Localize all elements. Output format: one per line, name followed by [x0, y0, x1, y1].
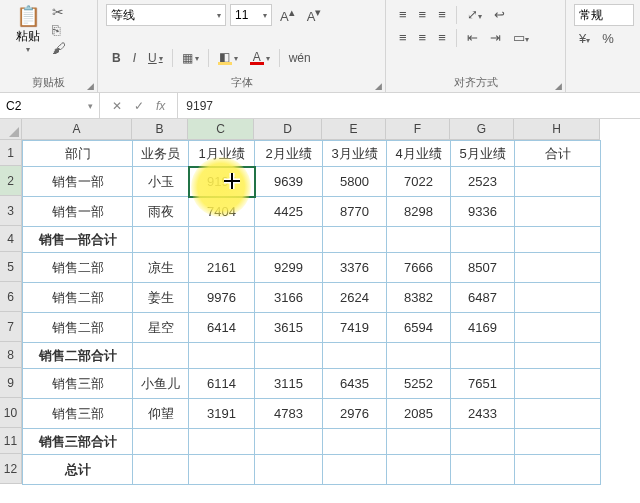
cell[interactable]: 9299	[255, 253, 323, 283]
cell[interactable]: 销售二部	[23, 283, 133, 313]
increase-font-icon[interactable]: A▴	[276, 4, 299, 26]
cell[interactable]: 6114	[189, 369, 255, 399]
font-size-combo[interactable]: 11 ▾	[230, 4, 272, 26]
cell[interactable]: 4169	[451, 313, 515, 343]
cell[interactable]: 7666	[387, 253, 451, 283]
cell[interactable]: 雨夜	[133, 197, 189, 227]
cell[interactable]: 2624	[323, 283, 387, 313]
col-header-F[interactable]: F	[386, 119, 450, 140]
cell[interactable]	[133, 227, 189, 253]
currency-icon[interactable]: ¥▾	[574, 28, 595, 49]
wrap-text-icon[interactable]: ↩	[489, 4, 510, 25]
cell[interactable]: 2523	[451, 167, 515, 197]
cell[interactable]: 销售三部合计	[23, 429, 133, 455]
cell[interactable]: 7419	[323, 313, 387, 343]
decrease-indent-icon[interactable]: ⇤	[462, 27, 483, 48]
row-header-11[interactable]: 11	[0, 428, 22, 454]
fill-color-button[interactable]: ◧▾	[212, 49, 244, 68]
cell[interactable]: 8382	[387, 283, 451, 313]
cell[interactable]: 3166	[255, 283, 323, 313]
select-all-corner[interactable]	[0, 119, 22, 140]
cell[interactable]: 6414	[189, 313, 255, 343]
cell[interactable]	[189, 455, 255, 485]
cells-area[interactable]: 部门业务员1月业绩2月业绩3月业绩4月业绩5月业绩合计销售一部小玉9197963…	[22, 140, 601, 485]
cell[interactable]: 5252	[387, 369, 451, 399]
cell[interactable]: 销售二部	[23, 253, 133, 283]
cell[interactable]: 7022	[387, 167, 451, 197]
align-left-icon[interactable]: ≡	[394, 27, 412, 48]
col-header-E[interactable]: E	[322, 119, 386, 140]
dialog-launcher-icon[interactable]: ◢	[87, 76, 94, 96]
merge-cells-icon[interactable]: ▭▾	[508, 27, 534, 48]
cell[interactable]	[515, 369, 601, 399]
header-cell[interactable]: 4月业绩	[387, 141, 451, 167]
cell[interactable]	[387, 455, 451, 485]
cell[interactable]	[387, 429, 451, 455]
cell[interactable]: 6435	[323, 369, 387, 399]
cell[interactable]: 5800	[323, 167, 387, 197]
cell[interactable]: 销售一部	[23, 197, 133, 227]
col-header-C[interactable]: C	[188, 119, 254, 140]
cell[interactable]: 2085	[387, 399, 451, 429]
cell[interactable]	[451, 455, 515, 485]
cell[interactable]	[189, 227, 255, 253]
header-cell[interactable]: 5月业绩	[451, 141, 515, 167]
cell[interactable]: 2161	[189, 253, 255, 283]
align-middle-icon[interactable]: ≡	[414, 4, 432, 25]
cut-icon[interactable]: ✂	[52, 4, 66, 20]
font-name-combo[interactable]: 等线 ▾	[106, 4, 226, 26]
cell[interactable]: 9639	[255, 167, 323, 197]
number-format-combo[interactable]: 常规	[574, 4, 634, 26]
row-header-2[interactable]: 2	[0, 166, 22, 196]
cell[interactable]	[189, 343, 255, 369]
name-box[interactable]: C2 ▾	[0, 93, 100, 118]
cell[interactable]	[255, 227, 323, 253]
header-cell[interactable]: 业务员	[133, 141, 189, 167]
col-header-G[interactable]: G	[450, 119, 514, 140]
cell[interactable]: 3376	[323, 253, 387, 283]
cell[interactable]	[255, 343, 323, 369]
col-header-H[interactable]: H	[514, 119, 600, 140]
underline-button[interactable]: U▾	[142, 48, 169, 68]
cell[interactable]	[133, 455, 189, 485]
cell[interactable]: 销售二部合计	[23, 343, 133, 369]
cell[interactable]: 小玉	[133, 167, 189, 197]
italic-button[interactable]: I	[127, 48, 142, 68]
row-header-6[interactable]: 6	[0, 282, 22, 312]
cell[interactable]	[255, 429, 323, 455]
cell[interactable]	[323, 455, 387, 485]
dialog-launcher-icon[interactable]: ◢	[555, 76, 562, 96]
cell[interactable]: 6487	[451, 283, 515, 313]
cell[interactable]	[515, 455, 601, 485]
cell[interactable]: 仰望	[133, 399, 189, 429]
cell[interactable]	[133, 343, 189, 369]
cell[interactable]: 8298	[387, 197, 451, 227]
align-right-icon[interactable]: ≡	[433, 27, 451, 48]
percent-icon[interactable]: %	[597, 28, 619, 49]
cell[interactable]: 星空	[133, 313, 189, 343]
row-header-5[interactable]: 5	[0, 252, 22, 282]
cell[interactable]: 8507	[451, 253, 515, 283]
cell[interactable]: 销售三部	[23, 369, 133, 399]
header-cell[interactable]: 3月业绩	[323, 141, 387, 167]
cell[interactable]	[515, 343, 601, 369]
cell[interactable]: 3115	[255, 369, 323, 399]
borders-button[interactable]: ▦▾	[176, 48, 205, 68]
phonetic-button[interactable]: wén	[283, 48, 317, 68]
cell[interactable]	[323, 343, 387, 369]
row-header-9[interactable]: 9	[0, 368, 22, 398]
cell[interactable]	[515, 167, 601, 197]
cell[interactable]: 7404	[189, 197, 255, 227]
col-header-D[interactable]: D	[254, 119, 322, 140]
cell[interactable]	[387, 227, 451, 253]
header-cell[interactable]: 合计	[515, 141, 601, 167]
cell[interactable]: 3615	[255, 313, 323, 343]
cell[interactable]: 销售一部合计	[23, 227, 133, 253]
cell[interactable]	[451, 429, 515, 455]
increase-indent-icon[interactable]: ⇥	[485, 27, 506, 48]
cell[interactable]	[515, 283, 601, 313]
cell[interactable]	[133, 429, 189, 455]
row-header-8[interactable]: 8	[0, 342, 22, 368]
cell[interactable]	[515, 227, 601, 253]
fx-icon[interactable]: fx	[156, 99, 165, 113]
